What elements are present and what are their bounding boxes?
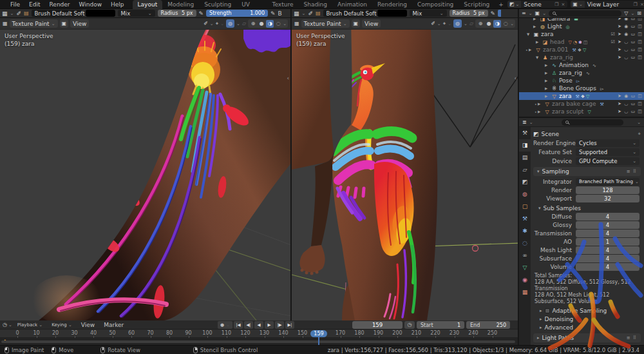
outliner-row[interactable]: • ▶ ▽ zara bake cage ⚒ ➤ ◡ ▭ ◫	[519, 100, 644, 108]
brush-name-field[interactable]: Brush Default Soft	[32, 10, 83, 17]
properties-tab[interactable]: ▤	[519, 152, 531, 164]
menubar-item[interactable]: Render	[45, 0, 75, 9]
transport-button[interactable]: ◀	[254, 321, 263, 329]
expander-icon[interactable]: ▶	[529, 48, 535, 52]
outliner-item-label[interactable]: Bone Groups	[559, 85, 596, 92]
timeline-menu[interactable]: Playback	[14, 322, 46, 328]
workspace-tab[interactable]: Scripting	[459, 0, 495, 9]
properties-search-input[interactable]	[562, 119, 623, 126]
timeline-scrollbar[interactable]	[1, 340, 515, 343]
brush-icon[interactable]: ✐	[308, 10, 313, 17]
gizmo-icon[interactable]: ⌖	[443, 21, 446, 27]
properties-tab[interactable]: ⚒	[519, 213, 531, 225]
editor-type-icon[interactable]: ▦	[2, 10, 8, 17]
material-shading-button[interactable]: ◑	[266, 20, 274, 28]
restriction-toggle-icons[interactable]: ➤ ◡ ▭ ◫	[618, 109, 643, 114]
outliner-filter-image-icon[interactable]: ▣	[535, 10, 540, 16]
outliner-row[interactable]: ▼ ▣ zara ☑ ➤ ◉ ▭ ◫	[519, 30, 644, 38]
outliner-row[interactable]: • ▶ ▽ zara sculpt ▽ ➤ ◡ ▭ ◫	[519, 108, 644, 115]
viewport-left-canvas[interactable]	[0, 18, 291, 320]
region-collapse-arrow[interactable]: ‹	[514, 75, 516, 81]
outliner-row[interactable]: • ▶ ▽ zara.001 ⚒❖▽ ➤ ◡ ▭ ◫	[519, 46, 644, 54]
wireframe-shading-button[interactable]: ⊕	[477, 20, 484, 28]
viewport-right-canvas[interactable]	[292, 18, 518, 320]
outliner-item-label[interactable]: Camera	[547, 18, 570, 22]
expander-icon[interactable]: ▶	[533, 25, 539, 28]
outliner-item-label[interactable]: zara bake cage	[552, 101, 596, 107]
outliner-item-label[interactable]: Pose	[559, 77, 573, 84]
pin-icon[interactable]: ⌖	[638, 131, 641, 137]
workspace-tab[interactable]: Modeling	[162, 0, 199, 9]
end-frame-field[interactable]: End250	[466, 321, 510, 329]
outliner-item-label[interactable]: Animation	[559, 62, 589, 68]
editor-type-icon[interactable]: ▦	[294, 21, 299, 26]
outliner-row[interactable]: ▶ ♙ zara_rig ∿	[519, 69, 644, 77]
outliner-row[interactable]: ▶ ▽ zara ⚒❖▽ ➤ ◉ ▭ ◫	[519, 92, 644, 100]
restriction-toggle-icons[interactable]: ☑ ➤ ◡ ▭ ◫	[611, 39, 643, 44]
properties-tab[interactable]: ◉	[519, 274, 531, 286]
properties-tab[interactable]: ⚒	[519, 127, 531, 139]
material-shading-button[interactable]: ◑	[493, 20, 501, 28]
viewport-samples-slider[interactable]: 32	[576, 195, 639, 202]
expander-icon[interactable]: ▶	[536, 40, 542, 44]
solid-shading-button[interactable]: ●	[485, 20, 493, 28]
restriction-toggle-icons[interactable]: ➤ ◡ ▭ ◫	[618, 55, 643, 60]
editor-type-icon[interactable]: ▦	[3, 21, 8, 26]
editor-type-icon[interactable]: ◷	[3, 322, 7, 328]
properties-tab[interactable]: ◩	[519, 176, 531, 188]
brush-name-field[interactable]: Brush Default Soft	[323, 10, 375, 17]
workspace-tab[interactable]: Compositing	[412, 0, 459, 9]
scene-selector[interactable]: ◩⌄ Scene❐×	[507, 1, 567, 8]
properties-tab[interactable]: ◌	[519, 237, 531, 250]
strength-pressure-icon[interactable]: ✎	[270, 10, 276, 17]
outliner-search-input[interactable]	[549, 10, 621, 17]
copy-icon[interactable]: ❐	[634, 2, 638, 7]
view-menu[interactable]: View	[70, 19, 89, 28]
mode-dropdown[interactable]: Texture Paint⌄	[301, 19, 350, 28]
outliner-row[interactable]: ▶ ※ Bone Groups ▻	[519, 84, 644, 92]
strength-slider[interactable]: Strength1.000	[206, 10, 268, 17]
menubar-item[interactable]: Window	[75, 0, 107, 9]
expander-icon[interactable]: ▶	[545, 94, 551, 98]
wireframe-shading-button[interactable]: ⊕	[249, 20, 257, 28]
close-icon[interactable]: ×	[640, 2, 644, 7]
menubar-item[interactable]: File	[6, 0, 24, 9]
close-icon[interactable]: ×	[561, 2, 565, 7]
overlays-icon[interactable]: ◍	[453, 19, 462, 28]
sub-sample-slider[interactable]: 4	[576, 221, 639, 229]
outliner-item-label[interactable]: zara_rig	[559, 70, 582, 76]
property-dropdown[interactable]: Cycles	[576, 139, 639, 147]
timeline-menu[interactable]: Keying	[48, 322, 76, 328]
properties-tab[interactable]: ▢	[519, 201, 531, 213]
rendered-shading-button[interactable]: ◌	[502, 20, 509, 28]
sub-sample-slider[interactable]: 4	[576, 230, 639, 237]
sub-sample-slider[interactable]: 4	[576, 263, 639, 271]
expander-icon[interactable]: ▼	[527, 32, 533, 36]
outliner-row[interactable]: ▼ ♟ zara_rig ➤ ◡ ▭ ◫	[519, 54, 644, 61]
mode-dropdown[interactable]: Texture Paint⌄	[10, 19, 58, 28]
properties-tab[interactable]: ∞	[519, 250, 531, 262]
expander-icon[interactable]: ▶	[545, 86, 551, 90]
restriction-toggle-icons[interactable]: ➤ ◉ ▭ ◫	[618, 18, 643, 21]
outliner-item-label[interactable]: zara	[559, 93, 571, 99]
outliner-row[interactable]: ▶ ◍ Light ◎ ➤ ◉ ▭ ◫	[519, 23, 644, 30]
texture-slot-icon[interactable]: ▣	[60, 19, 69, 28]
outliner-display-mode-icon[interactable]: ≡	[522, 10, 526, 16]
properties-tab[interactable]: ✱	[519, 225, 531, 237]
transport-button[interactable]: ▶	[265, 321, 274, 329]
editor-type-icon[interactable]: ▦	[294, 10, 299, 17]
restriction-toggle-icons[interactable]: ➤ ◡ ▭ ◫	[618, 47, 643, 52]
select-tool-icon[interactable]: ✐	[204, 21, 208, 26]
restriction-toggle-icons[interactable]: ➤ ◉ ▭ ◫	[618, 93, 643, 99]
brush-icon[interactable]: ✐	[16, 10, 21, 17]
expander-icon[interactable]: ▶	[538, 110, 544, 113]
collapsed-subpanel[interactable]: Denoising	[540, 315, 641, 323]
auto-keying-button[interactable]: ●⌄	[218, 321, 232, 329]
property-dropdown[interactable]: Supported	[576, 148, 639, 156]
properties-tab[interactable]: ▽	[519, 262, 531, 274]
properties-tab[interactable]: ◨	[519, 139, 531, 152]
view-menu[interactable]: View	[362, 19, 381, 28]
properties-tab[interactable]: ▱	[519, 164, 531, 176]
blend-mode-dropdown[interactable]: Mix⌄	[410, 10, 447, 17]
integrator-dropdown[interactable]: Branched Path Tracing	[576, 178, 639, 186]
